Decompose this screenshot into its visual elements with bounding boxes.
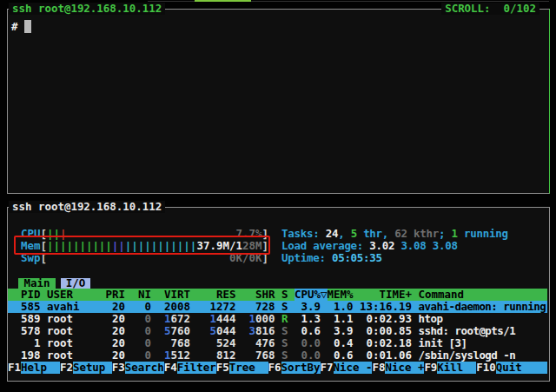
fkey-f6[interactable]: F6 — [268, 362, 281, 374]
pane-htop[interactable]: ssh root@192.168.10.112 CPU[|||7.7%]Task… — [7, 207, 550, 382]
fkey-f5[interactable]: F5 — [216, 362, 229, 374]
fkey-f9[interactable]: F9 — [424, 362, 437, 374]
header-cpu[interactable]: CPU% — [295, 289, 321, 301]
fkey-quit-button[interactable]: Quit — [496, 362, 522, 374]
process-row-selected[interactable]: 585avahi20020081272728S3.91.013:16.19ava… — [8, 301, 547, 313]
terminal-cursor — [24, 20, 32, 33]
fkey-tree-button[interactable]: Tree — [229, 362, 268, 374]
fkey-f3[interactable]: F3 — [112, 362, 125, 374]
fkey-nice-plus-button[interactable]: Nice + — [385, 362, 424, 374]
fkey-bar-filler — [522, 362, 547, 374]
pane-shell[interactable]: ssh root@192.168.10.112 SCROLL: 0/102 # — [7, 9, 550, 194]
tab-main[interactable]: Main — [18, 278, 56, 289]
pane-shell-title: ssh root@192.168.10.112 — [9, 3, 165, 15]
fkey-f2[interactable]: F2 — [60, 362, 73, 374]
fkey-f1[interactable]: F1 — [8, 362, 21, 374]
fkey-help-button[interactable]: Help — [21, 362, 60, 374]
sort-arrow-icon: ▽ — [321, 289, 328, 301]
fkey-nice-minus-button[interactable]: Nice - — [334, 362, 373, 374]
fkey-f4[interactable]: F4 — [164, 362, 177, 374]
terminal-screen: ssh root@192.168.10.112 SCROLL: 0/102 # … — [0, 0, 556, 392]
process-row[interactable]: 198root2001512812768S0.00.60:01.06/sbin/… — [8, 349, 547, 362]
header-user[interactable]: USER — [47, 289, 73, 301]
tab-io[interactable]: I/O — [61, 278, 90, 289]
fkey-f8[interactable]: F8 — [372, 362, 385, 374]
fkey-filter-button[interactable]: Filter — [177, 362, 216, 374]
header-time[interactable]: TIME+ — [354, 289, 413, 301]
shell-prompt: # — [11, 20, 24, 33]
mem-highlight-annotation — [14, 236, 270, 255]
header-virt[interactable]: VIRT — [158, 289, 191, 301]
header-command[interactable]: Command — [419, 289, 464, 301]
fkey-f10[interactable]: F10 — [476, 362, 495, 374]
table-header-row: PIDUSERPRINIVIRTRESSHRSCPU%▽MEM%TIME+Com… — [8, 289, 547, 301]
fkey-setup-button[interactable]: Setup — [73, 362, 112, 374]
video-artifact-green-line — [195, 0, 251, 2]
header-pid[interactable]: PID — [8, 289, 41, 301]
fkey-sortby-button[interactable]: SortBy — [281, 362, 321, 374]
header-mem[interactable]: MEM% — [328, 289, 354, 301]
scroll-indicator: SCROLL: 0/102 — [441, 3, 539, 15]
shell-prompt-line[interactable]: # — [11, 20, 31, 33]
header-state[interactable]: S — [281, 289, 288, 301]
load-label: Load average: — [281, 240, 369, 252]
pane-htop-title: ssh root@192.168.10.112 — [9, 201, 165, 213]
fkey-search-button[interactable]: Search — [125, 362, 164, 374]
process-row[interactable]: 589root200167214441000R1.31.10:02.93htop — [8, 313, 547, 325]
header-ni[interactable]: NI — [125, 289, 151, 301]
fkey-f7[interactable]: F7 — [321, 362, 334, 374]
header-shr[interactable]: SHR — [242, 289, 275, 301]
htop-tabs: MainI/O — [8, 276, 547, 289]
process-row[interactable]: 578root200576050443816S0.63.90:00.85sshd… — [8, 325, 547, 337]
header-pri[interactable]: PRI — [99, 289, 125, 301]
fkey-kill-button[interactable]: Kill — [437, 362, 476, 374]
function-key-bar: F1Help F2Setup F3SearchF4FilterF5Tree F6… — [8, 362, 547, 374]
process-row[interactable]: 1root200768524476S0.00.40:02.18init [3] — [8, 337, 547, 349]
header-res[interactable]: RES — [203, 289, 236, 301]
uptime-label: Uptime: — [281, 252, 332, 264]
tasks-label: Tasks: — [281, 228, 326, 240]
